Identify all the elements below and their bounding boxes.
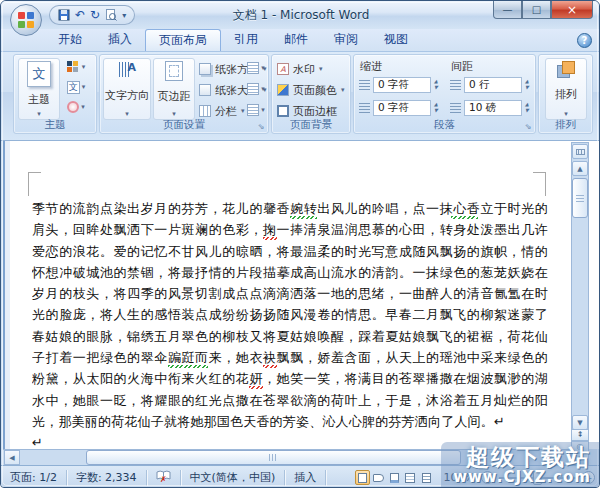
vertical-scroll-thumb[interactable] <box>572 178 588 218</box>
tab-view[interactable]: 视图 <box>371 29 421 51</box>
watermark-label: 水印 <box>293 62 315 77</box>
scroll-down-button[interactable]: ▼ <box>572 415 588 430</box>
text-line: 粉黛，从太阳的火海中衔来火红的花妍，她笑一笑，将满目的苍翠播撒在烟波飘渺的湖 <box>32 368 548 389</box>
chevron-down-icon: ▾ <box>261 86 265 93</box>
site-watermark: 超级下载站 www.CJXZ.com <box>441 442 599 487</box>
group-label: 段落 <box>354 118 535 132</box>
insert-mode-indicator[interactable]: 插入 <box>285 470 326 486</box>
tab-references[interactable]: 引用 <box>221 29 271 51</box>
margins-button[interactable]: 页边距 ▾ <box>153 58 195 120</box>
margins-icon <box>165 61 183 81</box>
vertical-scrollbar[interactable]: ▲ ▼ <box>571 142 589 449</box>
minimize-button[interactable]: — <box>493 1 522 19</box>
group-page-background: A 水印 ▾ 页面颜色 ▾ 页面边框 页面背景 <box>271 54 351 134</box>
chevron-down-icon: ▾ <box>172 111 176 118</box>
columns-icon <box>199 105 211 117</box>
breaks-button[interactable]: ▾ <box>246 60 266 76</box>
line-numbers-button[interactable]: ▾ <box>246 81 266 97</box>
spin-down-icon[interactable]: ▼ <box>525 108 529 113</box>
horizontal-scroll-thumb[interactable] <box>86 450 461 465</box>
svg-text:✗: ✗ <box>160 474 167 482</box>
text-line: 春姑娘的眼脉，锦绣五月翠色的柳枝又将夏姑娘唤醒，踩着夏姑娘飘飞的裙裾，荷花仙 <box>32 326 548 347</box>
page-indicator[interactable]: 页面: 1/2 <box>1 470 67 486</box>
outline-icon <box>405 473 415 483</box>
page-borders-label: 页面边框 <box>293 104 337 119</box>
tab-review[interactable]: 审阅 <box>321 29 371 51</box>
spin-down-icon[interactable]: ▼ <box>434 108 438 113</box>
tab-mailings[interactable]: 邮件 <box>271 29 321 51</box>
word-count[interactable]: 字数: 2,334 <box>67 470 147 486</box>
themes-button[interactable]: 文 主题 ▾ <box>18 58 60 120</box>
spin-down-icon[interactable]: ▼ <box>434 85 438 90</box>
web-layout-view-button[interactable] <box>387 470 402 485</box>
spacing-before-value[interactable]: 0 行 <box>464 77 522 93</box>
chevron-down-icon: ▾ <box>564 111 568 118</box>
outline-view-button[interactable] <box>403 470 418 485</box>
fullscreen-view-button[interactable] <box>371 470 386 485</box>
page-left-edge <box>3 141 10 449</box>
spacing-after-spinner[interactable]: 10 磅 ▲▼ <box>450 99 529 116</box>
hyphenation-button[interactable]: ▾ <box>246 102 266 118</box>
spacing-after-value[interactable]: 10 磅 <box>464 100 522 116</box>
text-line: 子打着一把绿色的翠伞蹁跹而来，她衣袂飘飘，娇羞含面，从天上的瑶池中采来绿色的 <box>32 347 548 368</box>
close-button[interactable]: × <box>551 1 593 19</box>
restore-button[interactable]: □ <box>522 1 551 19</box>
page-color-icon <box>277 84 289 96</box>
language-indicator[interactable]: 中文(简体，中国) <box>181 470 286 486</box>
office-logo-icon <box>18 12 34 28</box>
theme-effects-icon <box>67 101 79 113</box>
indent-left-value[interactable]: 0 字符 <box>373 77 431 93</box>
previous-page-button[interactable]: ⇞ <box>571 429 589 441</box>
paper-size-icon <box>199 84 211 96</box>
office-button[interactable] <box>10 4 42 36</box>
draft-view-button[interactable] <box>419 470 434 485</box>
chevron-down-icon: ▾ <box>261 65 265 72</box>
tab-home[interactable]: 开始 <box>45 29 95 51</box>
group-paragraph: 缩进 间距 0 字符 ▲▼ 0 字符 ▲▼ 0 行 ▲▼ 10 磅 ▲▼ <box>353 54 536 134</box>
spin-down-icon[interactable]: ▼ <box>525 85 529 90</box>
help-button[interactable]: ? <box>577 33 592 48</box>
text-direction-button[interactable]: 文字方向 ▾ <box>103 58 151 120</box>
text-direction-label: 文字方向 <box>105 88 149 103</box>
theme-effects-button[interactable]: ▾ <box>66 99 86 115</box>
spacing-after-icon <box>450 103 461 113</box>
draft-icon <box>422 473 431 483</box>
indent-label: 缩进 <box>360 59 382 74</box>
tab-page-layout[interactable]: 页面布局 <box>145 29 221 51</box>
arrange-button[interactable]: 排列 ▾ <box>545 58 587 120</box>
print-layout-view-button[interactable] <box>355 470 370 485</box>
spelling-squiggle <box>263 365 277 368</box>
indent-left-spinner[interactable]: 0 字符 ▲▼ <box>359 76 438 93</box>
page-color-button[interactable]: 页面颜色 ▾ <box>277 81 345 99</box>
page-setup-dialog-launcher[interactable]: ⇘ <box>256 121 266 131</box>
chevron-down-icon: ▾ <box>81 104 85 111</box>
chevron-down-icon: ▾ <box>319 66 323 73</box>
chevron-down-icon: ▾ <box>82 64 86 71</box>
scroll-up-button[interactable]: ▲ <box>572 161 588 176</box>
text-line: 怀想冲破城池的禁锢，将最抒情的片段描摹成高山流水的清韵。一抹绿色的葱茏妖娆在 <box>32 262 548 283</box>
tab-insert[interactable]: 插入 <box>95 29 145 51</box>
text-line: 爱恋的浪花。爱的记忆不甘风儿的晾晒，将最温柔的时光写意成随风飘扬的旗帜，情的 <box>32 241 548 262</box>
indent-right-value[interactable]: 0 字符 <box>373 100 431 116</box>
spacing-before-spinner[interactable]: 0 行 ▲▼ <box>450 76 529 93</box>
line-numbers-icon <box>247 83 259 95</box>
spelling-squiggle <box>263 237 277 240</box>
spacing-label: 间距 <box>451 59 473 74</box>
scroll-left-button[interactable]: ◀ <box>4 450 20 465</box>
theme-colors-button[interactable]: ▾ <box>66 59 86 75</box>
group-label: 主题 <box>14 118 96 132</box>
themes-button-label: 主题 <box>28 92 50 107</box>
ruler-toggle-button[interactable] <box>572 144 588 159</box>
theme-fonts-button[interactable]: 文 ▾ <box>66 79 86 95</box>
watermark-button[interactable]: A 水印 ▾ <box>277 60 323 78</box>
fullscreen-reading-icon <box>373 474 384 482</box>
proofing-status[interactable]: ✗ <box>147 470 181 486</box>
ribbon-tab-row: 开始插入页面布局引用邮件审阅视图 ? <box>1 29 600 51</box>
paragraph-dialog-launcher[interactable]: ⇘ <box>523 121 533 131</box>
theme-fonts-icon: 文 <box>67 81 80 94</box>
document-area[interactable]: 季节的流韵点染出岁月的芬芳，花儿的馨香婉转出风儿的吟唱，点一抹心香立于时光的肩头… <box>3 141 599 449</box>
indent-right-spinner[interactable]: 0 字符 ▲▼ <box>359 99 438 116</box>
document-text[interactable]: 季节的流韵点染出岁月的芬芳，花儿的馨香婉转出风儿的吟唱，点一抹心香立于时光的肩头… <box>32 198 548 449</box>
ribbon-tabs: 开始插入页面布局引用邮件审阅视图 <box>45 29 421 51</box>
watermark-url: www.CJXZ.com <box>453 469 591 485</box>
